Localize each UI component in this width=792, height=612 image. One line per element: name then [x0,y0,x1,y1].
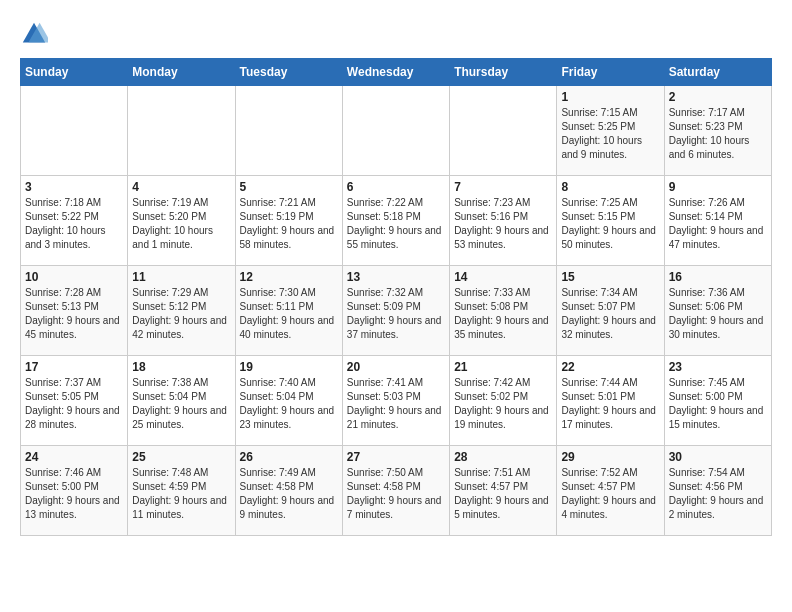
day-number: 30 [669,450,767,464]
day-info: Sunrise: 7:46 AM Sunset: 5:00 PM Dayligh… [25,466,123,522]
day-info: Sunrise: 7:49 AM Sunset: 4:58 PM Dayligh… [240,466,338,522]
week-row-1: 3Sunrise: 7:18 AM Sunset: 5:22 PM Daylig… [21,176,772,266]
day-cell [128,86,235,176]
day-number: 23 [669,360,767,374]
day-info: Sunrise: 7:33 AM Sunset: 5:08 PM Dayligh… [454,286,552,342]
day-number: 14 [454,270,552,284]
day-number: 19 [240,360,338,374]
day-info: Sunrise: 7:23 AM Sunset: 5:16 PM Dayligh… [454,196,552,252]
calendar-table: SundayMondayTuesdayWednesdayThursdayFrid… [20,58,772,536]
day-number: 27 [347,450,445,464]
calendar-body: 1Sunrise: 7:15 AM Sunset: 5:25 PM Daylig… [21,86,772,536]
day-number: 5 [240,180,338,194]
day-cell [235,86,342,176]
day-number: 16 [669,270,767,284]
day-cell: 20Sunrise: 7:41 AM Sunset: 5:03 PM Dayli… [342,356,449,446]
day-number: 25 [132,450,230,464]
day-cell: 30Sunrise: 7:54 AM Sunset: 4:56 PM Dayli… [664,446,771,536]
day-info: Sunrise: 7:41 AM Sunset: 5:03 PM Dayligh… [347,376,445,432]
day-info: Sunrise: 7:28 AM Sunset: 5:13 PM Dayligh… [25,286,123,342]
day-number: 10 [25,270,123,284]
day-info: Sunrise: 7:54 AM Sunset: 4:56 PM Dayligh… [669,466,767,522]
logo [20,20,52,48]
header-friday: Friday [557,59,664,86]
day-info: Sunrise: 7:19 AM Sunset: 5:20 PM Dayligh… [132,196,230,252]
day-cell: 5Sunrise: 7:21 AM Sunset: 5:19 PM Daylig… [235,176,342,266]
day-info: Sunrise: 7:44 AM Sunset: 5:01 PM Dayligh… [561,376,659,432]
logo-icon [20,20,48,48]
day-number: 28 [454,450,552,464]
day-info: Sunrise: 7:37 AM Sunset: 5:05 PM Dayligh… [25,376,123,432]
day-number: 3 [25,180,123,194]
day-number: 24 [25,450,123,464]
week-row-2: 10Sunrise: 7:28 AM Sunset: 5:13 PM Dayli… [21,266,772,356]
day-cell: 28Sunrise: 7:51 AM Sunset: 4:57 PM Dayli… [450,446,557,536]
day-cell: 27Sunrise: 7:50 AM Sunset: 4:58 PM Dayli… [342,446,449,536]
day-number: 17 [25,360,123,374]
day-info: Sunrise: 7:40 AM Sunset: 5:04 PM Dayligh… [240,376,338,432]
header-wednesday: Wednesday [342,59,449,86]
day-cell: 25Sunrise: 7:48 AM Sunset: 4:59 PM Dayli… [128,446,235,536]
day-number: 15 [561,270,659,284]
day-number: 4 [132,180,230,194]
day-info: Sunrise: 7:48 AM Sunset: 4:59 PM Dayligh… [132,466,230,522]
day-cell: 12Sunrise: 7:30 AM Sunset: 5:11 PM Dayli… [235,266,342,356]
day-info: Sunrise: 7:30 AM Sunset: 5:11 PM Dayligh… [240,286,338,342]
day-info: Sunrise: 7:25 AM Sunset: 5:15 PM Dayligh… [561,196,659,252]
day-number: 2 [669,90,767,104]
day-cell: 21Sunrise: 7:42 AM Sunset: 5:02 PM Dayli… [450,356,557,446]
day-number: 22 [561,360,659,374]
day-info: Sunrise: 7:22 AM Sunset: 5:18 PM Dayligh… [347,196,445,252]
day-number: 6 [347,180,445,194]
day-number: 12 [240,270,338,284]
day-info: Sunrise: 7:51 AM Sunset: 4:57 PM Dayligh… [454,466,552,522]
page-header [20,20,772,48]
day-cell: 15Sunrise: 7:34 AM Sunset: 5:07 PM Dayli… [557,266,664,356]
header-row: SundayMondayTuesdayWednesdayThursdayFrid… [21,59,772,86]
day-number: 9 [669,180,767,194]
day-info: Sunrise: 7:34 AM Sunset: 5:07 PM Dayligh… [561,286,659,342]
day-info: Sunrise: 7:21 AM Sunset: 5:19 PM Dayligh… [240,196,338,252]
day-number: 29 [561,450,659,464]
day-cell: 1Sunrise: 7:15 AM Sunset: 5:25 PM Daylig… [557,86,664,176]
day-info: Sunrise: 7:29 AM Sunset: 5:12 PM Dayligh… [132,286,230,342]
day-cell: 2Sunrise: 7:17 AM Sunset: 5:23 PM Daylig… [664,86,771,176]
day-cell: 11Sunrise: 7:29 AM Sunset: 5:12 PM Dayli… [128,266,235,356]
day-number: 1 [561,90,659,104]
day-info: Sunrise: 7:50 AM Sunset: 4:58 PM Dayligh… [347,466,445,522]
day-cell: 17Sunrise: 7:37 AM Sunset: 5:05 PM Dayli… [21,356,128,446]
day-cell: 3Sunrise: 7:18 AM Sunset: 5:22 PM Daylig… [21,176,128,266]
day-cell: 6Sunrise: 7:22 AM Sunset: 5:18 PM Daylig… [342,176,449,266]
day-cell: 29Sunrise: 7:52 AM Sunset: 4:57 PM Dayli… [557,446,664,536]
week-row-0: 1Sunrise: 7:15 AM Sunset: 5:25 PM Daylig… [21,86,772,176]
day-cell: 26Sunrise: 7:49 AM Sunset: 4:58 PM Dayli… [235,446,342,536]
day-cell: 7Sunrise: 7:23 AM Sunset: 5:16 PM Daylig… [450,176,557,266]
day-cell: 13Sunrise: 7:32 AM Sunset: 5:09 PM Dayli… [342,266,449,356]
header-saturday: Saturday [664,59,771,86]
day-cell: 22Sunrise: 7:44 AM Sunset: 5:01 PM Dayli… [557,356,664,446]
day-cell: 14Sunrise: 7:33 AM Sunset: 5:08 PM Dayli… [450,266,557,356]
day-number: 7 [454,180,552,194]
day-cell: 18Sunrise: 7:38 AM Sunset: 5:04 PM Dayli… [128,356,235,446]
day-cell: 8Sunrise: 7:25 AM Sunset: 5:15 PM Daylig… [557,176,664,266]
day-cell [21,86,128,176]
day-info: Sunrise: 7:17 AM Sunset: 5:23 PM Dayligh… [669,106,767,162]
day-info: Sunrise: 7:52 AM Sunset: 4:57 PM Dayligh… [561,466,659,522]
day-info: Sunrise: 7:36 AM Sunset: 5:06 PM Dayligh… [669,286,767,342]
day-cell: 4Sunrise: 7:19 AM Sunset: 5:20 PM Daylig… [128,176,235,266]
day-number: 8 [561,180,659,194]
header-thursday: Thursday [450,59,557,86]
header-sunday: Sunday [21,59,128,86]
day-number: 20 [347,360,445,374]
calendar-header: SundayMondayTuesdayWednesdayThursdayFrid… [21,59,772,86]
week-row-3: 17Sunrise: 7:37 AM Sunset: 5:05 PM Dayli… [21,356,772,446]
week-row-4: 24Sunrise: 7:46 AM Sunset: 5:00 PM Dayli… [21,446,772,536]
day-number: 18 [132,360,230,374]
header-tuesday: Tuesday [235,59,342,86]
day-cell: 23Sunrise: 7:45 AM Sunset: 5:00 PM Dayli… [664,356,771,446]
day-number: 26 [240,450,338,464]
day-info: Sunrise: 7:15 AM Sunset: 5:25 PM Dayligh… [561,106,659,162]
day-info: Sunrise: 7:42 AM Sunset: 5:02 PM Dayligh… [454,376,552,432]
day-info: Sunrise: 7:45 AM Sunset: 5:00 PM Dayligh… [669,376,767,432]
header-monday: Monday [128,59,235,86]
